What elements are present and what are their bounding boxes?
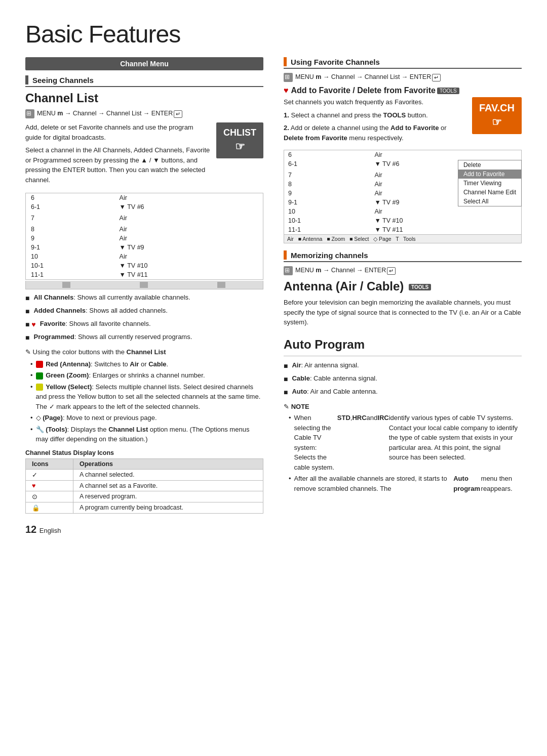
- page-title: Basic Features: [25, 20, 522, 48]
- context-menu-item-delete[interactable]: Delete: [458, 160, 521, 170]
- channel-status-table: Icons Operations ✓ A channel selected. ♥…: [25, 458, 263, 514]
- list-item: 🔧 (Tools): Displays the Channel List opt…: [30, 425, 263, 444]
- item-text: Yellow (Select): Selects multiple channe…: [36, 382, 263, 412]
- fav-description: Set channels you watch frequently as Fav…: [284, 97, 467, 107]
- bullet-text: All Channels: Shows all currently availa…: [33, 292, 190, 303]
- fav-badge: FAV.CH ☞: [472, 97, 522, 134]
- using-favorite-title: Using Favorite Channels: [291, 58, 380, 66]
- channel-list-container: Add, delete or set Favorite channels and…: [25, 122, 263, 188]
- list-item: After all the available channels are sto…: [289, 474, 522, 493]
- enter-icon: ↵: [174, 110, 182, 118]
- left-column: Channel Menu Seeing Channels Channel Lis…: [25, 57, 263, 535]
- section-bar-orange: [284, 57, 287, 66]
- language-label: English: [40, 527, 61, 534]
- seeing-channels-header: Seeing Channels: [25, 75, 263, 87]
- channel-table-footer: [25, 281, 263, 289]
- page-num-text: 12: [25, 524, 36, 535]
- bullet-icon: ■: [25, 332, 29, 343]
- channel-table: 6Air 6-1▼ TV #6 7Air 8Air 9Air 9-1▼ TV #…: [25, 193, 263, 280]
- section-bar: [25, 75, 28, 85]
- bullet-text: Programmed: Shows all currently reserved…: [33, 332, 192, 342]
- context-menu-item-channel-name-edit[interactable]: Channel Name Edit: [458, 188, 521, 197]
- menu-icon: [284, 73, 293, 82]
- channel-menu-bar: Channel Menu: [25, 57, 263, 70]
- using-favorite-menu-path: MENU m → Channel → Channel List → ENTER↵: [284, 73, 522, 82]
- enter-icon: ↵: [387, 267, 396, 275]
- footer-text: Air ■ Antenna ■ Zoom ■ Select ◇ Page T T…: [287, 236, 415, 242]
- item-text: Red (Antenna): Switches to Air or Cable.: [36, 359, 169, 369]
- using-favorite-header: Using Favorite Channels: [284, 57, 522, 69]
- seeing-channels-title: Seeing Channels: [32, 76, 94, 85]
- cs-header-operations: Operations: [73, 458, 263, 469]
- menu-icon: [25, 109, 34, 118]
- antenna-title: Antenna (Air / Cable): [284, 279, 404, 293]
- fav-table-footer: Air ■ Antenna ■ Zoom ■ Select ◇ Page T T…: [284, 235, 522, 243]
- menu-icon: [284, 266, 293, 275]
- table-row: ✓ A channel selected.: [26, 469, 263, 480]
- channel-list-menu-path: MENU m → Channel → Channel List → ENTER↵: [25, 109, 263, 118]
- note-list: When selecting the Cable TV system: Sele…: [284, 413, 522, 493]
- tools-badge: TOOLS: [437, 88, 459, 94]
- auto-program-note: ✎ NOTE When selecting the Cable TV syste…: [284, 402, 522, 494]
- memorizing-title: Memorizing channels: [291, 251, 368, 260]
- memorizing-header: Memorizing channels: [284, 250, 522, 262]
- fav-step-2: 2. Add or delete a channel using the Add…: [284, 123, 467, 143]
- table-row: 🔒 A program currently being broadcast.: [26, 502, 263, 513]
- bullet-text: Air: Air antenna signal.: [292, 360, 359, 370]
- bullet-text: Cable: Cable antenna signal.: [292, 373, 377, 384]
- bullet-icon: ■: [25, 306, 29, 317]
- list-item: ■ ♥ Favorite: Shows all favorite channel…: [25, 319, 263, 330]
- cs-operation: A reserved program.: [73, 491, 263, 502]
- bullet-text: Favorite: Shows all favorite channels.: [40, 319, 151, 329]
- menu-path-text: MENU m → Channel → Channel List → ENTER↵: [37, 110, 182, 117]
- antenna-title-row: Antenna (Air / Cable) TOOLS: [284, 279, 522, 293]
- fav-badge-text: FAV.CH: [479, 102, 515, 114]
- chlist-hand-icon: ☞: [235, 140, 245, 153]
- bullet-icon: ■: [284, 361, 288, 371]
- fav-step-1: 1. Select a channel and press the TOOLS …: [284, 110, 467, 120]
- green-btn: [36, 372, 43, 380]
- context-menu-item-add-favorite[interactable]: Add to Favorite: [458, 170, 521, 179]
- list-item: Green (Zoom): Enlarges or shrinks a chan…: [30, 370, 263, 381]
- color-button-list: Red (Antenna): Switches to Air or Cable.…: [25, 359, 263, 444]
- add-favorite-title: Add to Favorite / Delete from Favorite: [291, 86, 436, 95]
- item-text: Green (Zoom): Enlarges or shrinks a chan…: [36, 370, 205, 381]
- yellow-btn: [36, 384, 43, 391]
- right-column: Using Favorite Channels MENU m → Channel…: [284, 57, 522, 535]
- chlist-badge-text: CHLIST: [223, 128, 256, 138]
- list-item: ■ All Channels: Shows all currently avai…: [25, 292, 263, 304]
- antenna-tools-badge: TOOLS: [409, 284, 431, 290]
- channel-status-title: Channel Status Display Icons: [25, 449, 263, 456]
- bullet-icon: ■ ♥: [25, 319, 36, 330]
- list-item: When selecting the Cable TV system: Sele…: [289, 413, 522, 472]
- enter-icon: ↵: [432, 74, 441, 81]
- table-row: ♥ A channel set as a Favorite.: [26, 480, 263, 491]
- add-favorite-title-row: ♥ Add to Favorite / Delete from Favorite…: [284, 86, 522, 95]
- cs-icon: 🔒: [26, 502, 73, 513]
- color-button-note: ✎ Using the color buttons with the Chann…: [25, 347, 263, 444]
- context-menu-item-timer-viewing[interactable]: Timer Viewing: [458, 179, 521, 188]
- menu-path-text: MENU m → Channel → Channel List → ENTER↵: [295, 73, 441, 81]
- bullet-icon: ■: [284, 374, 288, 385]
- cs-icon: ♥: [26, 480, 73, 491]
- context-menu-item-select-all[interactable]: Select All: [458, 197, 521, 206]
- list-item: ■ Air: Air antenna signal.: [284, 360, 522, 371]
- item-text: ◇ (Page): Move to next or previous page.: [36, 413, 157, 423]
- channel-list-desc1: Add, delete or set Favorite channels and…: [25, 122, 211, 142]
- list-item: ■ Programmed: Shows all currently reserv…: [25, 332, 263, 343]
- channel-status-section: Channel Status Display Icons Icons Opera…: [25, 449, 263, 514]
- cs-operation: A program currently being broadcast.: [73, 502, 263, 513]
- heart-icon: ♥: [284, 86, 289, 95]
- memorizing-menu-path: MENU m → Channel → ENTER↵: [284, 266, 522, 275]
- menu-path-text: MENU m → Channel → ENTER↵: [295, 267, 396, 274]
- cs-icon: ✓: [26, 469, 73, 480]
- auto-program-title: Auto Program: [284, 338, 522, 352]
- note-intro: ✎ Using the color buttons with the Chann…: [25, 347, 263, 357]
- page-number: 12 English: [25, 524, 263, 535]
- section-bar: [284, 250, 287, 260]
- cs-header-icons: Icons: [26, 458, 73, 469]
- note-label: ✎ NOTE: [284, 402, 522, 412]
- channel-list-bullets: ■ All Channels: Shows all currently avai…: [25, 292, 263, 343]
- channel-list-desc2: Select a channel in the All Channels, Ad…: [25, 145, 211, 185]
- channel-table-wrap: Add, delete or set Favorite channels and…: [25, 122, 211, 188]
